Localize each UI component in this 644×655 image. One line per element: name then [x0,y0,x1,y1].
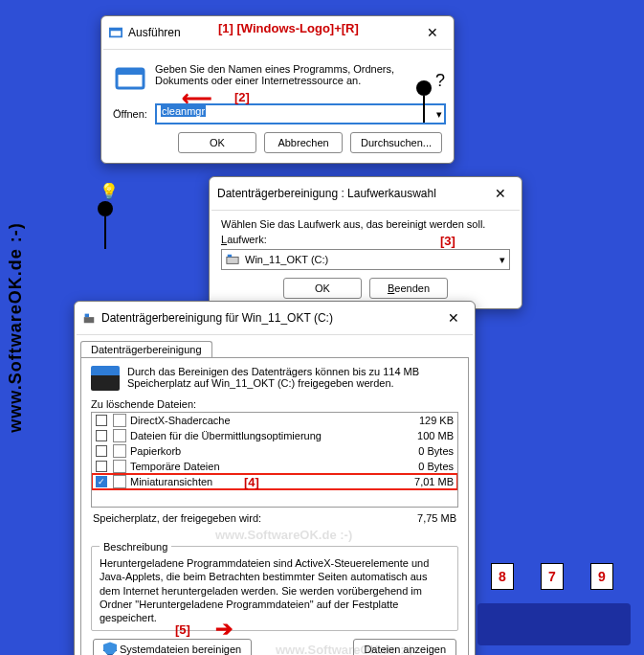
table-row[interactable]: Dateien für die Übermittlungsoptimierung… [92,428,457,443]
description-body: Heruntergeladene Programmdateien sind Ac… [100,556,450,624]
ok-button[interactable]: OK [283,278,362,299]
close-icon[interactable]: ✕ [419,22,446,43]
annotation-4: [4] [244,475,611,489]
description-title: Beschreibung [100,541,171,553]
checkbox[interactable] [96,461,107,472]
watermark-vertical: www.SoftwareOK.de :-) [6,222,26,432]
cancel-button[interactable]: Abbrechen [264,132,343,153]
svg-rect-1 [110,29,122,32]
tab-cleanup[interactable]: Datenträgerbereinigung [80,341,212,357]
table-row[interactable]: DirectX-Shadercache129 KB [92,413,457,428]
total-value: 7,75 MB [417,512,456,524]
checkbox[interactable] [96,430,107,441]
thinking-figure: ? [397,77,455,153]
drive-icon [226,253,239,266]
drive-description: Wählen Sie das Laufwerk aus, das bereini… [221,218,510,230]
shield-icon [103,642,117,655]
drive-label: Laufwerk: [221,234,510,245]
table-row[interactable]: Papierkorb0 Bytes [92,443,457,459]
checkbox[interactable] [96,445,107,457]
cleanup-title: Datenträgerbereinigung für Win_11_OKT (C… [101,311,434,325]
exit-button[interactable]: Beenden [369,278,448,299]
score-card: 9 [590,563,613,590]
annotation-3: [3] [440,234,455,248]
close-icon[interactable]: ✕ [440,307,467,328]
cleanup-dialog: Datenträgerbereinigung für Win_11_OKT (C… [74,301,476,655]
judges-figure: 8 7 9 [477,559,631,645]
checkbox[interactable] [96,415,107,426]
svg-rect-4 [227,257,238,263]
score-card: 8 [491,563,514,590]
list-label: Zu löschende Dateien: [91,398,458,410]
file-icon [113,475,126,488]
arrow-icon: ⟵ [182,86,212,111]
file-icon [113,460,126,473]
close-icon[interactable]: ✕ [487,183,514,204]
svg-rect-3 [117,69,144,75]
drive-select[interactable]: Win_11_OKT (C:) ▾ [221,249,510,270]
run-icon [109,26,122,39]
score-card: 7 [541,563,564,590]
cleanup-icon [82,311,96,325]
watermark-faint: www.SoftwareOK.de :-) [276,643,412,655]
annotation-2: [2] [234,90,250,104]
total-label: Speicherplatz, der freigegeben wird: [93,512,261,524]
ok-button[interactable]: OK [178,132,256,153]
disk-icon [91,366,120,391]
cleanup-summary: Durch das Bereinigen des Datenträgers kö… [127,366,458,389]
table-row[interactable]: Temporäre Dateien0 Bytes [92,459,457,474]
svg-rect-6 [84,317,95,323]
watermark-faint: www.SoftwareOK.de :-) [215,528,583,542]
idea-figure: 💡 [77,192,134,268]
arrow-icon: ➔ [215,617,233,642]
chevron-down-icon: ▾ [500,254,505,266]
file-list[interactable]: DirectX-Shadercache129 KB Dateien für di… [91,412,458,508]
trash-icon [113,444,126,458]
drive-select-dialog: Datenträgerbereinigung : Laufwerkauswahl… [209,176,522,309]
open-label: Öffnen: [113,108,147,120]
annotation-5: [5] [175,622,190,637]
file-icon [113,414,126,427]
drive-title: Datenträgerbereinigung : Laufwerkauswahl [217,187,481,200]
annotation-1: [1] [Windows-Logo]+[R] [218,21,359,35]
checkbox[interactable]: ✓ [96,476,107,487]
run-large-icon [115,63,145,94]
svg-rect-7 [85,314,89,318]
svg-rect-5 [228,255,232,258]
drive-value: Win_11_OKT (C:) [245,254,328,265]
file-icon [113,429,126,442]
